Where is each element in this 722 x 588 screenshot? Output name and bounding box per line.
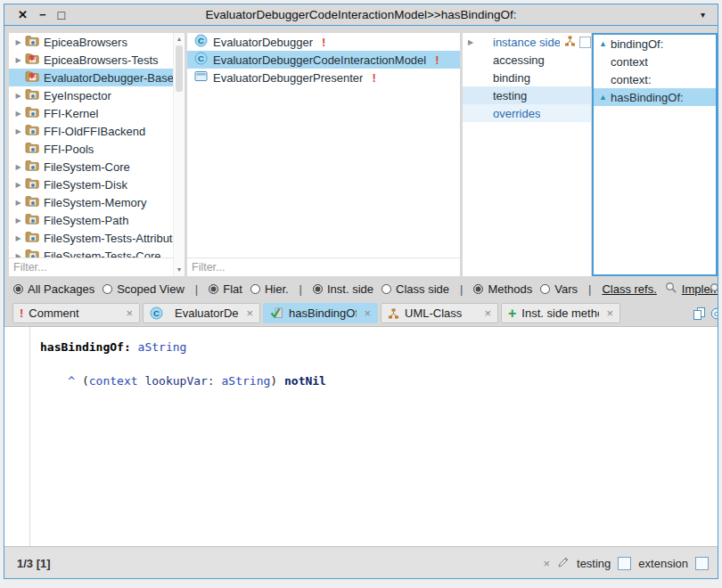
expand-icon[interactable]: ▶ (12, 181, 25, 189)
radio-option[interactable]: Class side (382, 282, 449, 296)
expand-icon[interactable]: ▶ (12, 199, 25, 207)
package-item[interactable]: ▶ ✱ FileSystem-Memory (9, 193, 173, 211)
scroll-thumb[interactable] (176, 45, 183, 92)
maximize-window-icon[interactable]: □ (58, 9, 65, 21)
package-item[interactable]: ▶ ✱ FileSystem-Tests-Core (9, 247, 173, 257)
scroll-down-icon[interactable]: ▾ (174, 265, 185, 274)
radio-icon[interactable] (540, 284, 550, 294)
method-item[interactable]: ▲ bindingOf: (594, 35, 716, 53)
code-content[interactable]: hasBindingOf: aString ^ (context lookupV… (40, 339, 714, 543)
tab[interactable]: UML-Class × (381, 303, 498, 323)
package-scrollbar[interactable]: ▴ ▾ (173, 33, 185, 276)
tab-close-icon[interactable]: × (364, 306, 371, 320)
radio-icon[interactable] (250, 284, 260, 294)
package-item[interactable]: ✱ EvaluatorDebugger-Base (9, 69, 173, 86)
radio-icon[interactable] (313, 284, 323, 294)
radio-option[interactable]: All Packages (13, 282, 94, 296)
package-item[interactable]: ▶ ✱ EpiceaBrowsers (9, 33, 173, 51)
expand-icon[interactable]: ▶ (12, 56, 25, 64)
protocol-item[interactable]: overrides (463, 104, 591, 122)
radio-option[interactable]: Hier. (250, 282, 289, 296)
package-item[interactable]: ▶ ✱ FileSystem-Disk (9, 176, 173, 193)
tab[interactable]: C EvaluatorDebug × (143, 303, 260, 323)
tab-label: hasBindingOf: (289, 306, 357, 320)
protocol-item[interactable]: accessing (463, 51, 591, 69)
toolbar-link[interactable]: Class refs. (602, 282, 656, 296)
minimize-window-icon[interactable]: − (39, 9, 46, 20)
class-item[interactable]: C EvaluatorDebuggerCodeInteractionModel … (187, 51, 460, 69)
radio-option[interactable]: Scoped View (103, 282, 185, 296)
expand-icon[interactable]: ▶ (12, 110, 25, 118)
expand-icon[interactable]: ▶ (465, 38, 493, 46)
protocol-label: binding (493, 71, 530, 85)
package-item[interactable]: ▶ ✱ FileSystem-Tests-Attribute (9, 229, 173, 247)
search-icon[interactable] (710, 282, 718, 298)
package-item[interactable]: ▶ ✱ EyeInspector (9, 86, 173, 104)
copy-page-icon[interactable] (693, 306, 706, 324)
class-item[interactable]: EvaluatorDebuggerPresenter ! (187, 69, 460, 86)
tab-close-icon[interactable]: × (126, 306, 133, 320)
expand-icon[interactable]: ▶ (12, 216, 25, 225)
radio-option[interactable]: Vars (540, 282, 578, 296)
expand-icon[interactable]: ▶ (12, 92, 25, 100)
protocol-checkbox[interactable] (618, 557, 631, 570)
method-check-icon (270, 307, 283, 319)
expand-icon[interactable]: ▶ (12, 163, 25, 171)
package-clean-badge (31, 130, 35, 134)
method-item[interactable]: context (594, 53, 716, 70)
radio-icon[interactable] (103, 284, 112, 294)
package-item[interactable]: ▶ ✱ FileSystem-Path (9, 211, 173, 229)
expand-icon[interactable]: ▶ (12, 127, 25, 135)
package-folder-icon: ✱ (25, 214, 39, 227)
package-folder-icon: ✱ (25, 196, 39, 209)
tab[interactable]: + Inst. side metho × (501, 303, 620, 323)
status-extension-label: extension (638, 557, 688, 570)
code-editor[interactable]: hasBindingOf: aString ^ (context lookupV… (4, 326, 718, 547)
package-filter-input[interactable] (9, 257, 173, 276)
package-list: ▶ ✱ EpiceaBrowsers ▶ ✱ EpiceaBrowsers-Te… (9, 33, 173, 257)
package-item[interactable]: ▶ ✱ FileSystem-Core (9, 158, 173, 176)
tab-close-icon[interactable]: × (246, 306, 253, 320)
package-dirty-badge: ✱ (29, 72, 36, 80)
package-label: FileSystem-Memory (44, 196, 147, 209)
circled-c-icon[interactable]: C (710, 307, 718, 323)
expand-icon[interactable]: ▶ (12, 234, 25, 242)
package-clean-badge (31, 184, 35, 187)
radio-option[interactable]: Flat (209, 282, 242, 296)
pencil-icon[interactable] (557, 556, 570, 571)
tab-close-icon[interactable]: × (484, 306, 491, 320)
extension-checkbox[interactable] (695, 557, 709, 570)
protocol-checkbox[interactable] (579, 37, 591, 48)
radio-icon[interactable] (473, 284, 483, 294)
protocol-item[interactable]: ▶ instance side (463, 33, 591, 51)
scroll-up-icon[interactable]: ▴ (174, 35, 185, 44)
separator: | (297, 282, 305, 296)
radio-option[interactable]: Inst. side (313, 282, 373, 296)
link-label: Class refs. (602, 282, 656, 296)
package-item[interactable]: ▶ ✱ FFI-Kernel (9, 104, 173, 122)
status-protocol-label: testing (577, 557, 611, 570)
dirty-bang-icon: ! (322, 36, 325, 49)
class-item[interactable]: C EvaluatorDebugger ! (187, 33, 460, 51)
radio-icon[interactable] (13, 284, 23, 294)
radio-icon[interactable] (209, 284, 218, 294)
radio-option[interactable]: Methods (473, 282, 532, 296)
method-item[interactable]: context: (594, 70, 716, 88)
expand-icon[interactable]: ▶ (12, 38, 25, 46)
title-bar[interactable]: ✕ − □ EvaluatorDebuggerCodeInteractionMo… (4, 4, 718, 26)
close-window-icon[interactable]: ✕ (18, 9, 28, 20)
package-item[interactable]: ▶ ✱ FFI-OldFFIBackend (9, 122, 173, 140)
window-menu-icon[interactable]: ▾ (701, 4, 705, 25)
tab[interactable]: hasBindingOf: × (263, 303, 378, 323)
method-item[interactable]: ▲ hasBindingOf: (594, 88, 716, 106)
tab-close-icon[interactable]: × (606, 306, 613, 320)
package-item[interactable]: ✱ FFI-Pools (9, 140, 173, 158)
radio-icon[interactable] (382, 284, 391, 294)
package-item[interactable]: ▶ ✱ EpiceaBrowsers-Tests (9, 51, 173, 69)
class-filter-input[interactable] (187, 257, 460, 276)
protocol-item[interactable]: testing (463, 86, 591, 104)
protocol-item[interactable]: binding (463, 69, 591, 86)
tab[interactable]: ! Comment × (12, 303, 140, 323)
status-close-icon[interactable]: × (543, 557, 550, 570)
package-label: FileSystem-Path (44, 214, 128, 227)
